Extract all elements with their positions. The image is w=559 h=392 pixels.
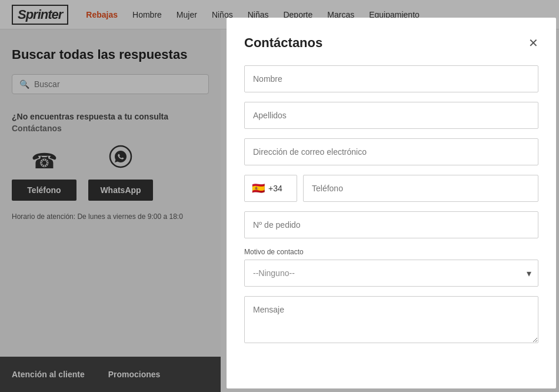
mensaje-textarea[interactable]	[244, 296, 538, 343]
modal-header: Contáctanos ✕	[244, 35, 538, 51]
motivo-select-wrapper: --Ninguno--	[244, 260, 538, 287]
phone-input[interactable]	[303, 175, 538, 202]
apellidos-input[interactable]	[244, 102, 538, 129]
country-code: +34	[268, 184, 282, 193]
mensaje-field-group	[244, 296, 538, 346]
nombre-input[interactable]	[244, 65, 538, 92]
modal-close-button[interactable]: ✕	[528, 37, 538, 49]
nombre-field-group	[244, 65, 538, 92]
apellidos-field-group	[244, 102, 538, 129]
email-field-group	[244, 138, 538, 165]
contact-modal: Contáctanos ✕ 🇪🇸 +34 Motivo de contacto …	[227, 18, 556, 388]
phone-field-group: 🇪🇸 +34	[244, 175, 538, 202]
motivo-field-group: Motivo de contacto --Ninguno--	[244, 248, 538, 287]
pedido-input[interactable]	[244, 211, 538, 238]
motivo-label: Motivo de contacto	[244, 248, 538, 256]
phone-country-selector[interactable]: 🇪🇸 +34	[244, 175, 297, 202]
pedido-field-group	[244, 211, 538, 238]
modal-title: Contáctanos	[244, 35, 322, 51]
email-input[interactable]	[244, 138, 538, 165]
country-flag: 🇪🇸	[252, 182, 265, 195]
motivo-select[interactable]: --Ninguno--	[244, 260, 538, 287]
